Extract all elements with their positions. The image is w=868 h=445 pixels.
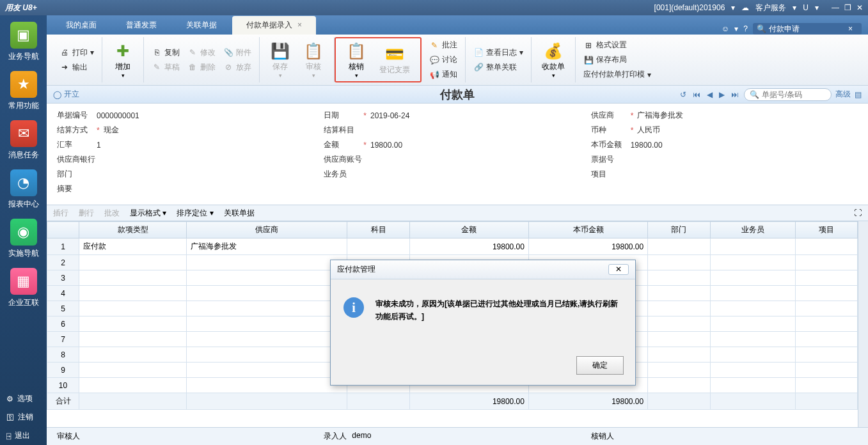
- note-button[interactable]: ✎批注: [425, 38, 461, 52]
- close-icon[interactable]: ✕: [856, 3, 863, 12]
- discuss-button[interactable]: 💬讨论: [425, 52, 461, 67]
- assoc-doc[interactable]: 关联单据: [224, 208, 255, 219]
- prev-icon[interactable]: ◀: [706, 89, 714, 100]
- context-info: [001](default)201906: [654, 3, 725, 12]
- col-header[interactable]: 款项类型: [79, 222, 187, 238]
- sidebar-item-impl[interactable]: ◉ 实施导航: [4, 219, 43, 259]
- insert-row[interactable]: 插行: [53, 208, 68, 219]
- entry-value: demo: [352, 431, 371, 442]
- sidebar-item-reports[interactable]: ◔ 报表中心: [4, 169, 43, 210]
- dialog-close-icon[interactable]: ✕: [608, 264, 629, 275]
- tab-close-icon[interactable]: ×: [297, 20, 302, 29]
- display-format[interactable]: 显示格式 ▾: [130, 208, 166, 219]
- sort-locate[interactable]: 排序定位 ▾: [177, 208, 213, 219]
- output-icon: ➜: [59, 62, 70, 72]
- next-icon[interactable]: ▶: [718, 89, 726, 100]
- link-icon: 🔗: [473, 62, 484, 72]
- draft-button[interactable]: ✎草稿: [148, 60, 184, 75]
- clip-icon: 📎: [223, 47, 233, 58]
- save-button[interactable]: 💾保存▾: [264, 38, 297, 81]
- attach-button[interactable]: 📎附件: [219, 45, 255, 60]
- advanced-link[interactable]: 高级: [835, 89, 851, 100]
- viewlog-button[interactable]: 📄查看日志 ▾: [470, 45, 527, 60]
- receipt-icon: 💰: [543, 41, 564, 61]
- col-header[interactable]: 科目: [347, 222, 409, 238]
- table-row[interactable]: 1 应付款广福海参批发 19800.0019800.00: [47, 238, 858, 255]
- auditor-label: 审核人: [57, 431, 80, 442]
- titlebar: 用友 U8+ [001](default)201906 ▾ ☁ 客户服务 ▾ U…: [0, 0, 868, 15]
- tab-invoice[interactable]: 普通发票: [112, 16, 171, 35]
- top-search-input[interactable]: [769, 24, 846, 33]
- context-dropdown-icon[interactable]: ▾: [731, 3, 735, 12]
- assoc-button[interactable]: 🔗整单关联: [470, 60, 527, 75]
- sidebar-item-common[interactable]: ★ 常用功能: [4, 71, 43, 111]
- refresh-icon[interactable]: ↺: [679, 89, 688, 100]
- grid-icon: ▦: [10, 268, 37, 295]
- verify-button[interactable]: 📋核销▾: [340, 38, 373, 81]
- letter-u[interactable]: U: [803, 3, 809, 12]
- col-header[interactable]: 部门: [648, 222, 710, 238]
- doc-search-input[interactable]: [762, 90, 826, 99]
- col-header[interactable]: 供应商: [187, 222, 347, 238]
- register-button[interactable]: 💳登记支票: [373, 38, 416, 81]
- audit-button[interactable]: 📋审核▾: [297, 38, 330, 81]
- printtmpl-button[interactable]: 应付付款单打印模 ▾: [580, 67, 655, 82]
- copy-button[interactable]: ⎘复制: [148, 45, 184, 60]
- form: 单据编号0000000001 日期*2019-06-24 供应商*广福海参批发 …: [47, 104, 868, 205]
- top-search[interactable]: 🔍 ×: [753, 23, 862, 35]
- biznav-icon: ▣: [10, 22, 37, 49]
- sidebar-options[interactable]: ⚙选项: [0, 389, 47, 408]
- expand-icon[interactable]: ⛶: [854, 208, 862, 217]
- col-header[interactable]: 金额: [409, 222, 528, 238]
- abandon-button[interactable]: ⊘放弃: [219, 60, 255, 75]
- col-header[interactable]: 业务员: [710, 222, 795, 238]
- batch-edit[interactable]: 批改: [104, 208, 120, 219]
- minimize-icon[interactable]: —: [832, 3, 839, 12]
- sidebar-item-enterprise[interactable]: ▦ 企业互联: [4, 268, 43, 308]
- scrollbar[interactable]: [858, 221, 868, 427]
- entry-label: 录入人: [324, 431, 347, 442]
- last-icon[interactable]: ⏭: [730, 89, 740, 100]
- first-icon[interactable]: ⏮: [691, 89, 702, 100]
- doc-title: 付款单: [440, 87, 475, 102]
- lbl-account: 供应商账号: [324, 154, 367, 165]
- lbl-bank: 供应商银行: [57, 154, 100, 165]
- maximize-icon[interactable]: ❐: [844, 3, 851, 12]
- mail-icon: ✉: [10, 120, 37, 147]
- sidebar-exit[interactable]: ⍈退出: [0, 426, 47, 445]
- smiley-icon[interactable]: ☺: [722, 24, 729, 33]
- col-header[interactable]: 项目: [795, 222, 858, 238]
- sidebar-item-messages[interactable]: ✉ 消息任务: [4, 120, 43, 160]
- clear-icon[interactable]: ×: [848, 24, 853, 33]
- col-header[interactable]: 本币金额: [528, 222, 647, 238]
- sidebar-logout[interactable]: ⚿注销: [0, 408, 47, 426]
- exit-icon: ⍈: [6, 432, 11, 441]
- modify-button[interactable]: ✎修改: [184, 45, 219, 60]
- format-icon: ⊞: [583, 40, 594, 51]
- dialog-ok-button[interactable]: 确定: [576, 356, 624, 375]
- tab-assoc[interactable]: 关联单据: [172, 16, 231, 35]
- receipt-button[interactable]: 💰收款单▾: [535, 38, 571, 81]
- tab-payment-entry[interactable]: 付款单据录入×: [232, 16, 316, 35]
- format-button[interactable]: ⊞格式设置: [580, 38, 655, 52]
- lbl-ticket: 票据号: [591, 154, 627, 165]
- sidebar-item-biznav[interactable]: ▣ 业务导航: [4, 22, 43, 62]
- notice-button[interactable]: 📢通知: [425, 67, 461, 82]
- add-button[interactable]: ✚ 增加▾: [106, 38, 139, 81]
- panel-icon[interactable]: ▤: [855, 90, 862, 99]
- output-button[interactable]: ➜输出: [56, 60, 98, 75]
- customer-service[interactable]: 客户服务: [755, 3, 786, 13]
- delete-button[interactable]: 🗑删除: [184, 60, 219, 75]
- print-button[interactable]: 🖨打印 ▾: [56, 45, 98, 60]
- help-icon[interactable]: ?: [743, 24, 748, 33]
- lbl-currency: 币种: [591, 125, 627, 136]
- doc-status: 开立: [64, 89, 79, 100]
- note-icon: ✎: [429, 40, 439, 51]
- savelayout-button[interactable]: 💾保存布局: [580, 52, 655, 67]
- lbl-dept: 部门: [57, 169, 93, 180]
- doc-search[interactable]: 🔍: [744, 88, 832, 101]
- val-settle: 现金: [104, 125, 119, 136]
- delete-row[interactable]: 删行: [79, 208, 94, 219]
- chart-icon: ◔: [10, 169, 37, 196]
- tab-desktop[interactable]: 我的桌面: [52, 16, 111, 35]
